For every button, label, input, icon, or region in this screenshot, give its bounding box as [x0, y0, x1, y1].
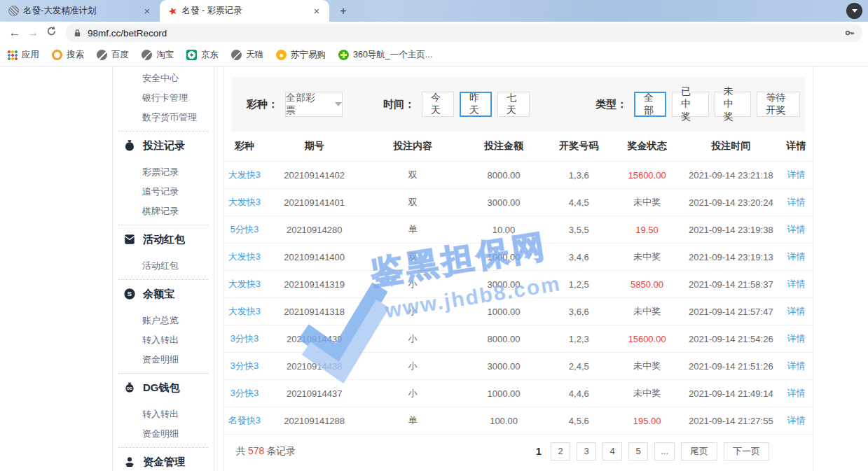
sidebar-item[interactable]: 转入转出	[113, 330, 214, 350]
detail-link[interactable]: 详情	[780, 332, 813, 345]
refresh-icon[interactable]	[42, 26, 60, 40]
time-filter-button[interactable]: 七天	[497, 92, 530, 117]
bookmark-label: 天猫	[246, 49, 263, 61]
cell-numbers: 4,4,5	[546, 197, 612, 208]
sidebar-item[interactable]: 数字货币管理	[113, 108, 214, 127]
cell-lottery: 大发快3	[224, 196, 265, 209]
table-row: 3分快3 20210914439 小 8000.00 1,2,3 15600.0…	[224, 325, 813, 352]
sidebar-item[interactable]: 彩票记录	[113, 162, 214, 182]
time-filter-button[interactable]: 昨天	[460, 92, 492, 117]
bookmark-item[interactable]: 应用	[7, 49, 39, 61]
total-prefix: 共	[236, 445, 246, 456]
sidebar-item[interactable]: 账户总览	[113, 311, 214, 330]
cell-issue: 202109141400	[265, 252, 364, 262]
detail-link[interactable]: 详情	[780, 360, 813, 372]
cell-amount: 3000.00	[462, 197, 546, 208]
bookmark-item[interactable]: 淘宝	[142, 49, 174, 61]
sidebar-section-funds[interactable]: 资金管理	[113, 451, 214, 471]
detail-link[interactable]: 详情	[780, 251, 813, 263]
cell-prize: 15600.00	[612, 334, 682, 344]
type-filter-button[interactable]: 全部	[634, 92, 666, 117]
bookmark-item[interactable]: 苏宁易购	[276, 49, 326, 61]
cell-time: 2021-09-14 23:21:18	[682, 170, 780, 181]
url-text[interactable]: 98mf.cc/betRecord	[88, 28, 844, 38]
cell-prize: 19.50	[612, 225, 682, 235]
cell-time: 2021-09-14 21:51:26	[682, 361, 780, 372]
cell-issue: 202109141319	[265, 279, 364, 290]
cell-time: 2021-09-14 23:20:24	[682, 197, 780, 208]
back-icon[interactable]: ←	[6, 26, 24, 40]
cell-prize: 15600.00	[612, 170, 682, 181]
time-filter-button[interactable]: 今天	[422, 92, 454, 117]
url-field[interactable]: 98mf.cc/betRecord	[66, 24, 862, 42]
divider	[118, 447, 208, 448]
table-row: 3分快3 20210914437 小 1000.00 4,4,6 未中奖 202…	[224, 379, 813, 407]
table-row: 大发快3 202109141400 双 1000.00 3,4,6 未中奖 20…	[224, 243, 813, 270]
sidebar-item[interactable]: 追号记录	[113, 182, 214, 202]
bookmark-item[interactable]: 百度	[97, 49, 129, 61]
sidebar-item[interactable]: 活动红包	[113, 256, 214, 276]
sidebar: 安全中心银行卡管理数字货币管理 投注记录 彩票记录追号记录棋牌记录 活动红包 活…	[112, 66, 214, 471]
dollar-circle-icon: S	[123, 288, 136, 300]
col-time: 投注时间	[682, 140, 780, 153]
tab-close-icon[interactable]: ×	[311, 5, 322, 17]
type-filter-button[interactable]: 未中奖	[715, 92, 752, 117]
funds-hand-icon	[123, 456, 136, 468]
new-tab-button[interactable]: +	[333, 1, 353, 21]
sidebar-item[interactable]: 安全中心	[113, 69, 214, 88]
bookmark-item[interactable]: 360导航_一个主页...	[338, 49, 432, 61]
cell-issue: 202109141318	[265, 307, 364, 317]
sidebar-section-betting[interactable]: 投注记录	[113, 135, 214, 156]
sidebar-item[interactable]: 银行卡管理	[113, 88, 214, 108]
cell-numbers: 3,4,6	[546, 252, 612, 262]
divider	[118, 373, 208, 374]
page-content: 安全中心银行卡管理数字货币管理 投注记录 彩票记录追号记录棋牌记录 活动红包 活…	[0, 66, 868, 471]
tab-dafa-plan[interactable]: 名發-大发精准计划 ×	[0, 0, 160, 22]
page-button[interactable]: ...	[654, 442, 675, 461]
cell-issue: 202109141401	[265, 197, 364, 208]
cell-numbers: 3,6,6	[546, 307, 612, 317]
bookmark-item[interactable]: 京东	[186, 49, 219, 61]
detail-link[interactable]: 详情	[780, 387, 813, 400]
table-row: 大发快3 202109141318 小 1000.00 3,6,6 未中奖 20…	[224, 297, 813, 325]
sidebar-section-redpacket[interactable]: 活动红包	[113, 229, 214, 250]
tab-favicon-star-icon: ★	[167, 3, 179, 18]
bookmark-icon	[142, 50, 152, 60]
time-filter-group: 今天昨天七天	[422, 92, 535, 117]
cell-prize: 195.00	[612, 416, 682, 426]
last-page-button[interactable]: 尾页	[681, 442, 717, 461]
bookmark-icon	[97, 50, 107, 60]
current-page: 1	[536, 445, 542, 457]
divider	[118, 131, 208, 132]
type-filter-button[interactable]: 已中奖	[672, 92, 709, 117]
page-button[interactable]: 2	[551, 442, 570, 461]
type-filter-button[interactable]: 等待开奖	[757, 92, 800, 117]
sidebar-item[interactable]: 转入转出	[113, 405, 214, 424]
forward-icon[interactable]: →	[24, 26, 42, 40]
bookmark-item[interactable]: 搜索	[52, 49, 84, 61]
lottery-select-value: 全部彩票	[286, 92, 324, 117]
sidebar-item[interactable]: 棋牌记录	[113, 202, 214, 221]
key-icon[interactable]	[844, 27, 855, 38]
detail-link[interactable]: 详情	[780, 305, 813, 318]
cell-content: 单	[364, 223, 462, 236]
sidebar-section-label: 资金管理	[143, 456, 185, 469]
detail-link[interactable]: 详情	[780, 414, 813, 427]
tab-menu-button[interactable]	[846, 3, 862, 19]
bookmark-item[interactable]: 天猫	[231, 49, 263, 61]
tab-bet-record[interactable]: ★ 名發 - 彩票记录 ×	[160, 0, 329, 22]
detail-link[interactable]: 详情	[780, 278, 813, 290]
sidebar-item[interactable]: 资金明细	[113, 350, 214, 370]
sidebar-section-yuebao[interactable]: S 余额宝	[113, 283, 214, 304]
detail-link[interactable]: 详情	[780, 223, 813, 236]
next-page-button[interactable]: 下一页	[724, 442, 769, 461]
page-button[interactable]: 3	[577, 442, 596, 461]
lottery-select[interactable]: 全部彩票	[285, 92, 343, 117]
detail-link[interactable]: 详情	[780, 169, 813, 181]
detail-link[interactable]: 详情	[780, 196, 813, 209]
page-button[interactable]: 4	[602, 442, 622, 461]
sidebar-section-dg-wallet[interactable]: DG DG钱包	[113, 377, 214, 398]
sidebar-item[interactable]: 资金明细	[113, 424, 214, 444]
tab-close-icon[interactable]: ×	[142, 5, 153, 17]
page-button[interactable]: 5	[628, 442, 648, 461]
